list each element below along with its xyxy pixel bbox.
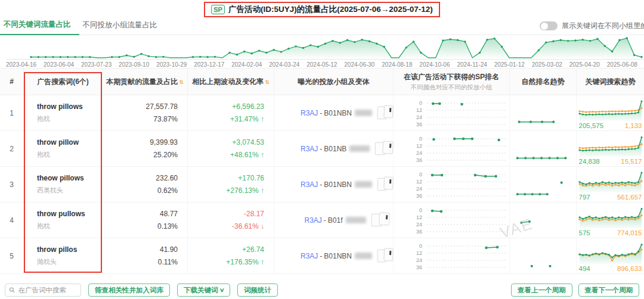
change-cell: +6,596.23 +31.47% ↑ [188,95,274,130]
asin-text: B01NBN [324,180,352,189]
traffic-share: 0.11% [158,256,178,268]
censored-text [349,145,370,152]
group-link[interactable]: R3AJ [301,145,318,153]
search-volume-label: 1,133 [625,122,642,129]
timeline-date-axis: 2023-04-162023-06-042023-07-232023-09-10… [6,59,644,68]
tab-group-traffic-share[interactable]: 不同投放小组流量占比 [79,20,166,35]
change-rate: +176.35% ↑ [226,256,264,268]
product-image [384,248,394,261]
title-bar: SP 广告活动(ID:5UYJ)的流量占比(2025-07-06→2025-07… [0,0,644,19]
censored-text [355,181,372,188]
keyword-search-box[interactable] [5,284,81,297]
col-sp-rank: 在该广告活动下获得的SP排名不同颜色对应不同的投放小组 [394,68,510,95]
group-link[interactable]: R3AJ [301,109,318,117]
search-trend-cell: 494 896,633 [577,238,644,273]
table-row: 5 throw pillos 抛枕头 41.90 0.11% +26.74 +1… [0,238,644,274]
toggle-label: 展示关键词在不同小组里的流量贡献 [562,21,644,31]
keyword-translation: 抛枕头 [37,257,102,266]
row-index: 4 [0,203,24,238]
date-tick: 2024-11-24 [457,61,487,68]
title-annotation-box: SP 广告活动(ID:5UYJ)的流量占比(2025-07-06→2025-07… [204,2,440,17]
sp-rank-chart: 0122436 [395,205,508,235]
previous-period-button[interactable]: 查看上一个周期 [511,284,572,297]
product-image [384,105,394,119]
traffic-value: 48.77 [160,208,178,220]
keyword-text: theow pillows [37,174,102,182]
col-change[interactable]: 相比上期波动及变化率⇅ [188,68,274,95]
search-trend-chart [578,242,643,264]
date-tick: 2023-09-10 [119,61,149,68]
date-tick: 2024-10-06 [419,61,450,68]
row-index: 1 [0,95,24,130]
date-tick: 2023-06-04 [44,61,74,68]
traffic-share: 25.20% [153,149,178,161]
date-tick: 2024-06-30 [344,61,374,68]
next-period-button[interactable]: 查看下一个周期 [578,284,640,297]
product-image [379,213,389,226]
history-timeline[interactable]: 2023-04-162023-06-042023-07-232023-09-10… [0,35,644,68]
sp-rank-chart: 0122436 [395,98,508,128]
censored-text [346,217,366,223]
organic-rank-label: 205,575 [579,122,604,129]
asin-text: B01NBN [324,109,352,117]
search-volume-label: 15,517 [621,158,642,165]
sort-icon[interactable]: ⇅ [265,79,270,85]
footer-toolbar: 筛查相关性并加入词库 下载关键词∨ 词频统计 查看上一个周期 查看下一个周期 [0,283,644,297]
svg-text:0: 0 [419,172,422,177]
organic-rank-label: 575 [579,229,590,236]
change-cell: +170.76 +276.13% ↑ [188,167,274,202]
group-link[interactable]: R3AJ [301,180,318,189]
tab-keyword-traffic-share[interactable]: 不同关键词流量占比 [0,20,79,35]
traffic-cell: 48.77 0.13% [103,203,188,238]
group-variant-cell: R3AJ - B01NB [274,131,394,166]
traffic-share-dialog: SP 广告活动(ID:5UYJ)的流量占比(2025-07-06→2025-07… [0,0,644,299]
sp-rank-cell: 0122436 [394,95,510,130]
svg-text:24: 24 [416,257,422,263]
keyword-cell[interactable]: throw pillows 抱枕 [24,95,103,130]
table-header: # 广告搜索词(6个) 本期贡献的流量及占比⇅ 相比上期波动及变化率⇅ 曝光的投… [0,68,644,95]
svg-text:36: 36 [416,157,422,163]
col-traffic[interactable]: 本期贡献的流量及占比⇅ [103,68,188,95]
natural-rank-cell [510,131,577,166]
search-trend-chart [578,99,643,122]
traffic-value: 232.60 [156,172,178,184]
chevron-down-icon: ∨ [219,287,224,293]
keyword-cell[interactable]: throw pillos 抛枕头 [24,238,103,273]
relevance-filter-button[interactable]: 筛查相关性并加入词库 [88,284,170,297]
change-value: +26.74 [242,244,264,256]
download-keywords-button[interactable]: 下载关键词∨ [177,284,230,297]
natural-rank-chart [512,242,574,270]
svg-text:24: 24 [416,150,422,156]
sp-rank-cell: 0122436 [394,238,510,273]
date-tick: 2024-03-24 [269,61,299,68]
svg-text:36: 36 [416,264,422,270]
keyword-cell[interactable]: throw pillow 抱枕 [24,131,103,166]
change-value: -28.17 [244,208,264,220]
keyword-cell[interactable]: theow pillows 西奥枕头 [24,167,103,202]
search-volume-label: 561,657 [617,194,642,201]
group-link[interactable]: R3AJ [304,216,321,225]
keyword-cell[interactable]: throw pullows 抱枕 [24,203,103,238]
change-rate: +48.61% ↑ [230,149,264,161]
word-frequency-button[interactable]: 词频统计 [237,284,278,297]
natural-rank-chart [512,135,574,163]
svg-text:12: 12 [416,107,422,113]
toggle-switch[interactable] [540,21,558,30]
organic-rank-label: 797 [579,194,590,201]
group-link[interactable]: R3AJ [301,252,318,260]
search-trend-cell: 24,838 15,517 [577,131,644,166]
date-tick: 2023-04-16 [6,61,36,68]
natural-rank-chart [512,171,574,198]
keyword-search-input[interactable] [18,286,77,294]
group-variant-cell: R3AJ - B01NBN [274,167,394,202]
sort-icon[interactable]: ⇅ [179,79,184,85]
asin-text: B01f [328,216,343,225]
censored-text [355,253,372,259]
svg-text:24: 24 [416,114,422,120]
date-tick: 2025-04-20 [569,61,600,68]
asin-text: B01NB [324,145,346,153]
group-share-toggle-wrap: 展示关键词在不同小组里的流量贡献 [540,21,644,31]
svg-text:0: 0 [419,100,422,106]
natural-rank-cell [510,167,577,202]
sp-rank-cell: 0122436 [394,167,510,202]
